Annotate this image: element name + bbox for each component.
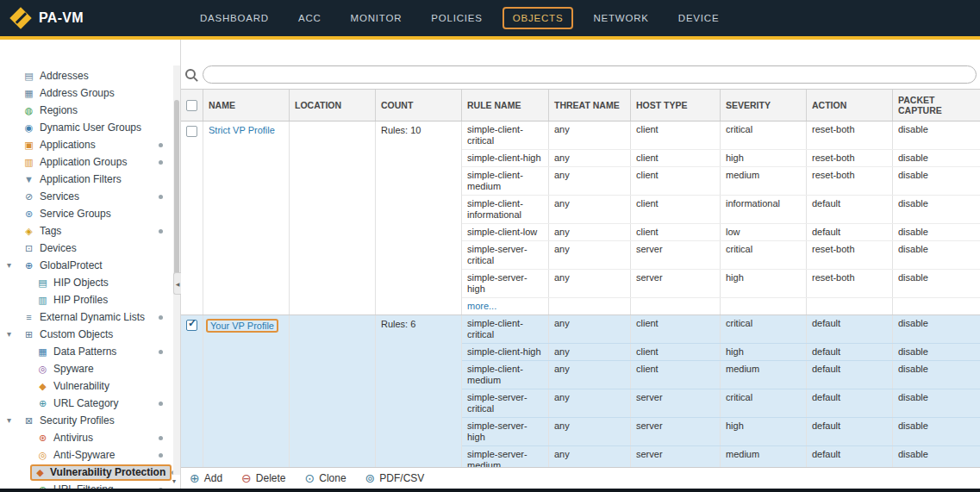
top-nav-bar: PA-VM DASHBOARDACCMONITORPOLICIESOBJECTS… — [0, 0, 980, 36]
host-type-cell: client — [631, 315, 721, 343]
column-header-location[interactable]: LOCATION — [290, 90, 376, 121]
nav-item-device[interactable]: DEVICE — [664, 6, 734, 30]
rule-row: simple-server-criticalanyservercriticalr… — [462, 241, 980, 270]
sidebar-item-tags[interactable]: ◈Tags — [0, 222, 180, 240]
profile-name-link[interactable]: Your VP Profile — [210, 321, 274, 331]
nav-item-policies[interactable]: POLICIES — [416, 6, 496, 30]
severity-cell: high — [721, 270, 807, 297]
delete-icon: ⊖ — [241, 472, 252, 484]
sidebar-item-applications[interactable]: ▣Applications — [0, 136, 180, 153]
nav-item-objects[interactable]: OBJECTS — [502, 7, 574, 29]
column-header-action[interactable]: ACTION — [807, 90, 893, 121]
rule-name-cell: simple-server-medium — [462, 446, 549, 467]
column-header-rule_name[interactable]: RULE NAME — [462, 90, 549, 121]
select-all-checkbox[interactable] — [186, 100, 197, 111]
sidebar-item-label: HIP Profiles — [53, 291, 108, 308]
sidebar-item-application-groups[interactable]: ▥Application Groups — [0, 153, 180, 171]
threat-name-cell: any — [549, 418, 631, 445]
sidebar-item-anti-spyware[interactable]: ◎Anti-Spyware — [0, 446, 180, 464]
rule-row: simple-client-informationalanyclientinfo… — [462, 196, 980, 224]
security-profiles-icon: ⊠ — [22, 412, 35, 429]
search-input[interactable] — [203, 65, 977, 84]
column-header-packet_capture[interactable]: PACKET CAPTURE — [893, 90, 980, 121]
scroll-down-icon[interactable]: ▾ — [169, 476, 179, 487]
sidebar-scrollbar-thumb[interactable] — [174, 100, 179, 285]
sidebar-item-dynamic-user-groups[interactable]: ◉Dynamic User Groups — [0, 119, 180, 136]
select-all-cell — [181, 90, 203, 121]
delete-button[interactable]: ⊖Delete — [241, 472, 285, 484]
sidebar-item-regions[interactable]: ◍Regions — [0, 102, 180, 119]
sidebar-item-hip-profiles[interactable]: ▥HIP Profiles — [0, 291, 180, 308]
packet-capture-cell: disable — [893, 241, 980, 269]
rule-name-cell: simple-client-medium — [462, 361, 549, 389]
threat-name-cell: any — [549, 389, 631, 417]
column-header-name[interactable]: NAME — [203, 90, 290, 121]
action-cell: default — [807, 315, 893, 343]
packet-capture-cell: disable — [893, 270, 980, 297]
chevron-down-icon[interactable]: ▾ — [7, 412, 11, 429]
sidebar-item-url-filtering[interactable]: ⊕URL Filtering — [0, 481, 180, 489]
host-type-cell: client — [631, 344, 721, 360]
sidebar-item-custom-objects[interactable]: ▾⊞Custom Objects — [0, 326, 180, 343]
column-header-host_type[interactable]: HOST TYPE — [631, 90, 721, 121]
applications-icon: ▣ — [22, 136, 35, 153]
chevron-down-icon[interactable]: ▾ — [7, 257, 11, 274]
nav-item-network[interactable]: NETWORK — [578, 6, 663, 30]
predefined-dot-icon — [159, 195, 163, 199]
sidebar-item-label: Address Groups — [40, 84, 115, 102]
nav-item-monitor[interactable]: MONITOR — [336, 6, 417, 30]
column-header-count[interactable]: COUNT — [376, 90, 462, 121]
hip-objects-icon: ▤ — [36, 274, 49, 291]
rule-row: simple-client-lowanyclientlowdefaultdisa… — [462, 224, 980, 241]
action-cell: reset-both — [807, 241, 893, 269]
sidebar-item-url-category[interactable]: ⊕URL Category — [0, 395, 180, 412]
sidebar-item-services[interactable]: ⊘Services — [0, 188, 180, 205]
sidebar-item-addresses[interactable]: ▤Addresses — [0, 67, 180, 84]
sidebar-item-security-profiles[interactable]: ▾⊠Security Profiles — [0, 412, 180, 429]
sidebar-item-devices[interactable]: ⊡Devices — [0, 240, 180, 257]
antivirus-icon: ⊛ — [36, 429, 49, 446]
action-cell: default — [807, 361, 893, 389]
empty-cell — [631, 298, 721, 315]
predefined-dot-icon — [159, 315, 163, 320]
pdf-csv-button[interactable]: ⊚PDF/CSV — [365, 472, 425, 484]
sidebar-item-application-filters[interactable]: ▼Application Filters — [0, 171, 180, 188]
clone-button[interactable]: ⊙Clone — [305, 472, 346, 484]
severity-cell: critical — [721, 241, 807, 269]
sidebar-item-vulnerability-protection[interactable]: ◆Vulnerability Protection — [0, 464, 180, 481]
sidebar-item-label: Regions — [40, 102, 78, 119]
sidebar-item-antivirus[interactable]: ⊛Antivirus — [0, 429, 180, 446]
sidebar-item-external-dynamic-lists[interactable]: ≡External Dynamic Lists — [0, 308, 180, 326]
sidebar-collapse-handle[interactable]: ◀ — [173, 272, 181, 295]
row-checkbox-cell — [181, 121, 203, 315]
row-checkbox[interactable] — [186, 126, 197, 137]
more-link[interactable]: more... — [467, 301, 496, 311]
profile-name-link[interactable]: Strict VP Profile — [209, 125, 275, 135]
accent-bar — [0, 36, 980, 40]
rule-row: simple-client-criticalanyclientcriticalr… — [462, 121, 980, 150]
rule-name-cell: simple-server-critical — [462, 241, 549, 269]
column-header-severity[interactable]: SEVERITY — [721, 90, 807, 121]
column-header-threat_name[interactable]: THREAT NAME — [549, 90, 631, 121]
severity-cell: critical — [721, 389, 807, 417]
tags-icon: ◈ — [22, 222, 35, 240]
severity-cell: high — [721, 150, 807, 166]
rule-name-cell: simple-client-high — [462, 344, 549, 360]
row-checkbox[interactable] — [186, 320, 197, 331]
sidebar-scrollbar-track[interactable] — [173, 65, 180, 475]
nav-item-acc[interactable]: ACC — [284, 6, 336, 30]
sidebar-item-address-groups[interactable]: ▦Address Groups — [0, 84, 180, 102]
add-icon: ⊕ — [190, 472, 200, 484]
add-button[interactable]: ⊕Add — [190, 472, 222, 484]
rule-name-cell: simple-client-high — [462, 150, 549, 166]
severity-cell: medium — [721, 446, 807, 467]
packet-capture-cell: disable — [893, 150, 980, 166]
sidebar-item-service-groups[interactable]: ⊛Service Groups — [0, 205, 180, 222]
sidebar-item-globalprotect[interactable]: ▾⊕GlobalProtect — [0, 257, 180, 274]
chevron-down-icon[interactable]: ▾ — [7, 326, 11, 343]
sidebar-item-vulnerability[interactable]: ◆Vulnerability — [0, 377, 180, 395]
sidebar-item-data-patterns[interactable]: ▦Data Patterns — [0, 343, 180, 360]
nav-item-dashboard[interactable]: DASHBOARD — [185, 6, 284, 30]
sidebar-item-hip-objects[interactable]: ▤HIP Objects — [0, 274, 180, 291]
sidebar-item-spyware[interactable]: ◎Spyware — [0, 360, 180, 377]
